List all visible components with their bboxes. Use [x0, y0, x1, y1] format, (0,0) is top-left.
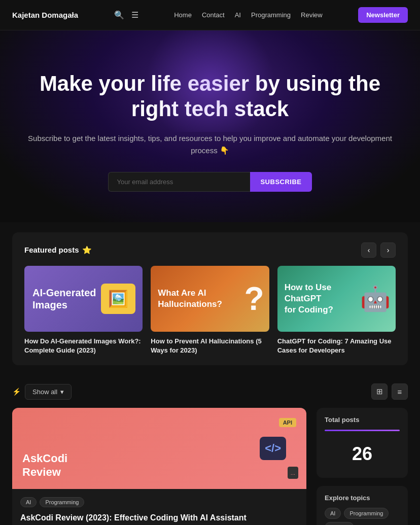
nav-link-review[interactable]: Review: [301, 11, 323, 19]
featured-card-title-chatgpt: ChatGPT for Coding: 7 Amazing Use Cases …: [277, 337, 396, 355]
featured-card-title-ai-images: How Do AI-Generated Images Work?: Comple…: [24, 337, 143, 355]
topics-list: AI Programming Review Best Products No-C…: [325, 508, 400, 525]
site-title: Kajetan Domagała: [12, 11, 78, 19]
content-layout: AskCodiReview API </> ... AI Progr: [12, 408, 408, 525]
post-title-askcodi: AskCodi Review (2023): Effective Coding …: [20, 512, 298, 523]
search-icon[interactable]: 🔍: [114, 10, 124, 20]
hero-form: SUBSCRIBE: [20, 172, 400, 192]
explore-topics-label: Explore topics: [325, 494, 400, 502]
chevron-down-icon: ▾: [60, 388, 64, 396]
show-all-button[interactable]: Show all ▾: [25, 384, 72, 400]
main-section: ⚡ Show all ▾ ⊞ ≡ AskCodiReview API: [0, 375, 420, 525]
topic-ai[interactable]: AI: [325, 508, 341, 519]
featured-card-chatgpt[interactable]: How to UseChatGPTfor Coding? 🤖 ChatGPT f…: [277, 266, 396, 355]
total-posts-label: Total posts: [325, 416, 400, 424]
list-view-button[interactable]: ≡: [392, 383, 408, 400]
nav-link-contact[interactable]: Contact: [202, 11, 225, 19]
grid-view-button[interactable]: ⊞: [371, 383, 388, 400]
hero-headline: Make your life easier by using the right…: [20, 71, 400, 122]
nav-link-ai[interactable]: AI: [235, 11, 241, 19]
nav-links: Home Contact AI Programming Review: [174, 11, 322, 19]
menu-icon[interactable]: ☰: [131, 10, 138, 20]
featured-card-ai-images[interactable]: AI-GeneratedImages 🖼️ How Do AI-Generate…: [24, 266, 143, 355]
newsletter-button[interactable]: Newsletter: [358, 7, 408, 23]
posts-column: AskCodiReview API </> ... AI Progr: [12, 408, 306, 525]
nav-link-programming[interactable]: Programming: [251, 11, 291, 19]
post-body-askcodi: AI Programming AskCodi Review (2023): Ef…: [12, 489, 306, 525]
topic-programming[interactable]: Programming: [344, 508, 389, 519]
subscribe-button[interactable]: SUBSCRIBE: [250, 172, 311, 192]
hero-section: Make your life easier by using the right…: [0, 30, 420, 222]
explore-topics-widget: Explore topics AI Programming Review Bes…: [317, 486, 408, 525]
nav-icons: 🔍 ☰: [114, 10, 138, 20]
filter-left: ⚡ Show all ▾: [12, 384, 72, 400]
featured-star-icon: ⭐: [82, 246, 92, 255]
post-tags-askcodi: AI Programming: [20, 497, 298, 507]
featured-next-button[interactable]: ›: [380, 242, 396, 258]
tag-ai[interactable]: AI: [20, 497, 37, 507]
featured-cards: AI-GeneratedImages 🖼️ How Do AI-Generate…: [24, 266, 396, 355]
sidebar-column: Total posts 26 Explore topics AI Program…: [317, 408, 408, 525]
total-bar: [325, 430, 400, 431]
featured-card-title-hallucinations: How to Prevent AI Hallucinations (5 Ways…: [151, 337, 269, 355]
featured-title: Featured posts ⭐: [24, 246, 92, 255]
email-input[interactable]: [108, 172, 250, 192]
total-posts-count: 26: [325, 438, 400, 470]
filter-icon: ⚡: [12, 388, 21, 396]
post-image-askcodi: AskCodiReview API </> ...: [12, 408, 306, 489]
navbar: Kajetan Domagała 🔍 ☰ Home Contact AI Pro…: [0, 0, 420, 30]
featured-prev-button[interactable]: ‹: [361, 242, 376, 258]
featured-title-text: Featured posts: [24, 246, 79, 254]
show-all-label: Show all: [32, 388, 57, 396]
total-posts-widget: Total posts 26: [317, 408, 408, 478]
filter-right: ⊞ ≡: [371, 383, 408, 400]
featured-card-hallucinations[interactable]: What Are AIHallucinations? ? How to Prev…: [151, 266, 269, 355]
tag-programming[interactable]: Programming: [40, 497, 84, 507]
featured-header: Featured posts ⭐ ‹ ›: [24, 242, 396, 258]
topic-review[interactable]: Review: [325, 522, 354, 525]
featured-section: Featured posts ⭐ ‹ › AI-GeneratedImages …: [12, 232, 408, 365]
featured-nav: ‹ ›: [361, 242, 396, 258]
hero-subtext: Subscribe to get the latest insights, ti…: [20, 132, 400, 157]
filter-bar: ⚡ Show all ▾ ⊞ ≡: [12, 383, 408, 400]
post-card-askcodi[interactable]: AskCodiReview API </> ... AI Progr: [12, 408, 306, 525]
nav-link-home[interactable]: Home: [174, 11, 192, 19]
